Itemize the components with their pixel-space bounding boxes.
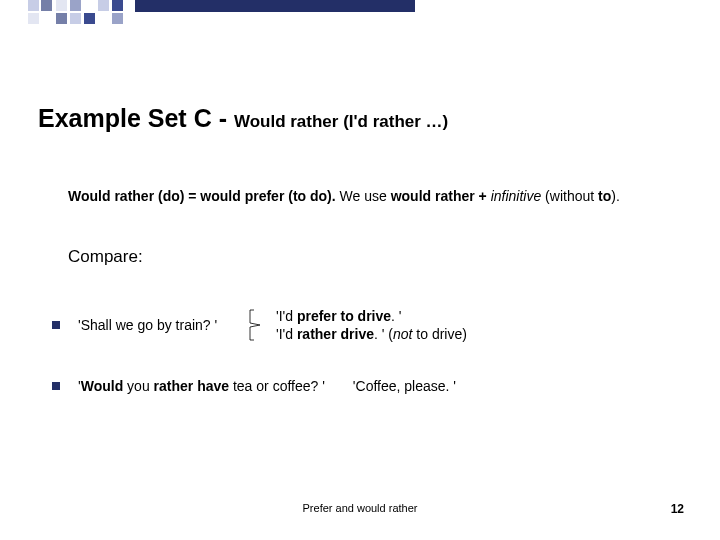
answer-1b: 'I'd rather drive. ' (not to drive): [276, 325, 467, 343]
deco-square: [41, 0, 52, 11]
header-decoration: [0, 0, 720, 36]
title-sub: Would rather (I'd rather …): [234, 112, 448, 131]
slide-title: Example Set C - Would rather (I'd rather…: [38, 104, 682, 133]
question-2: 'Would you rather have tea or coffee? ': [78, 378, 325, 394]
answer-2: 'Coffee, please. ': [353, 378, 456, 394]
example-row-2: 'Would you rather have tea or coffee? ' …: [52, 378, 682, 394]
answers-1: 'I'd prefer to drive. ' 'I'd rather driv…: [276, 307, 467, 343]
bracket-icon: [248, 308, 266, 342]
deco-square: [70, 0, 81, 11]
deco-square: [84, 13, 95, 24]
deco-square: [98, 0, 109, 11]
title-main: Example Set C: [38, 104, 212, 132]
page-number: 12: [671, 502, 684, 516]
answer-1a: 'I'd prefer to drive. ': [276, 307, 467, 325]
deco-square: [56, 13, 67, 24]
deco-square: [70, 13, 81, 24]
deco-square: [56, 0, 67, 11]
bullet-icon: [52, 321, 60, 329]
slide-content: Example Set C - Would rather (I'd rather…: [38, 104, 682, 428]
bullet-icon: [52, 382, 60, 390]
deco-square: [28, 0, 39, 11]
deco-square: [28, 13, 39, 24]
header-bar: [135, 0, 415, 12]
deco-square: [112, 0, 123, 11]
example-row-1: 'Shall we go by train? ' 'I'd prefer to …: [52, 307, 682, 343]
footer-text: Prefer and would rather: [0, 502, 720, 514]
question-1: 'Shall we go by train? ': [78, 317, 248, 333]
title-sep: -: [212, 104, 234, 132]
deco-square: [112, 13, 123, 24]
intro-text: Would rather (do) = would prefer (to do)…: [68, 187, 682, 205]
compare-label: Compare:: [68, 247, 682, 267]
